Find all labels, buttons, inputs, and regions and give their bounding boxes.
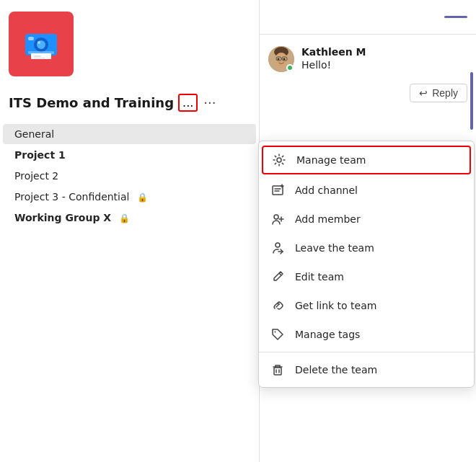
menu-item-label: Manage tags	[295, 329, 360, 340]
channel-item-general[interactable]: General	[3, 124, 256, 144]
message-content: Kathleen M Hello!	[301, 46, 467, 71]
scroll-indicator	[470, 72, 473, 130]
svg-rect-7	[34, 55, 41, 57]
svg-point-23	[274, 215, 278, 219]
team-header	[0, 12, 259, 88]
gear-icon	[272, 153, 286, 167]
svg-line-28	[279, 273, 281, 275]
channel-item-project2[interactable]: Project 2	[3, 166, 256, 186]
menu-item-label: Add channel	[295, 185, 358, 196]
link-icon	[270, 298, 285, 313]
channel-label: Project 3 - Confidential	[14, 191, 129, 203]
menu-item-label: Leave the team	[295, 242, 374, 254]
context-menu: Manage team Add channel Add member	[258, 141, 475, 388]
svg-point-12	[278, 58, 280, 61]
ellipsis-box-label: ...	[182, 96, 193, 110]
menu-item-label: Delete the team	[295, 364, 377, 376]
tag-icon	[270, 327, 285, 342]
channel-label: Project 2	[14, 170, 58, 182]
menu-item-label: Manage team	[296, 154, 366, 166]
sidebar: ITS Demo and Training ... ··· General Pr…	[0, 0, 260, 462]
message-area: Kathleen M Hello! ↩ Reply	[260, 35, 476, 114]
menu-item-leave-team[interactable]: Leave the team	[259, 234, 474, 262]
menu-item-add-channel[interactable]: Add channel	[259, 176, 474, 205]
svg-rect-30	[274, 368, 281, 375]
svg-point-17	[277, 158, 281, 162]
menu-item-edit-team[interactable]: Edit team	[259, 262, 474, 291]
message-text: Hello!	[301, 59, 467, 71]
menu-item-label: Edit team	[295, 271, 344, 283]
channel-label: Project 1	[14, 149, 66, 161]
menu-item-manage-team[interactable]: Manage team	[262, 146, 471, 174]
avatar-container	[268, 46, 294, 72]
ellipsis-box[interactable]: ...	[178, 94, 198, 112]
svg-rect-8	[34, 58, 45, 58]
channel-item-project3[interactable]: Project 3 - Confidential 🔒	[3, 187, 256, 207]
edit-icon	[270, 270, 285, 284]
reply-label: Reply	[432, 87, 458, 99]
topbar-accent-line	[444, 16, 467, 18]
leave-icon	[270, 241, 285, 255]
menu-item-label: Add member	[295, 213, 361, 225]
svg-rect-4	[28, 37, 34, 40]
menu-divider	[259, 352, 474, 352]
team-logo	[9, 12, 74, 76]
svg-point-26	[276, 243, 280, 247]
menu-item-label: Get link to team	[295, 300, 376, 311]
more-options-dots[interactable]: ···	[203, 95, 216, 110]
chat-topbar	[260, 0, 476, 35]
team-name-row: ITS Demo and Training ... ···	[0, 88, 259, 123]
message-sender: Kathleen M	[301, 46, 467, 58]
online-indicator	[286, 64, 294, 71]
team-name: ITS Demo and Training	[9, 95, 174, 110]
trash-icon	[270, 363, 285, 377]
message-bubble: Kathleen M Hello!	[268, 46, 467, 72]
reply-button[interactable]: ↩ Reply	[410, 84, 467, 102]
person-add-icon	[270, 212, 285, 226]
channel-item-workinggroup[interactable]: Working Group X 🔒	[3, 208, 256, 228]
reply-arrow-icon: ↩	[419, 87, 428, 99]
channel-label: General	[14, 128, 54, 140]
menu-item-manage-tags[interactable]: Manage tags	[259, 320, 474, 349]
channel-item-project1[interactable]: Project 1	[3, 145, 256, 165]
svg-point-29	[275, 332, 276, 333]
channel-list: General Project 1 Project 2 Project 3 - …	[0, 124, 259, 228]
svg-rect-18	[273, 186, 283, 195]
channel-label: Working Group X	[14, 212, 111, 223]
menu-item-get-link[interactable]: Get link to team	[259, 291, 474, 320]
lock-icon: 🔒	[137, 192, 148, 203]
menu-item-delete-team[interactable]: Delete the team	[259, 355, 474, 384]
menu-item-add-member[interactable]: Add member	[259, 205, 474, 234]
svg-point-13	[283, 58, 286, 61]
svg-point-3	[38, 41, 40, 44]
lock-icon: 🔒	[119, 213, 130, 223]
channel-icon	[270, 183, 285, 197]
